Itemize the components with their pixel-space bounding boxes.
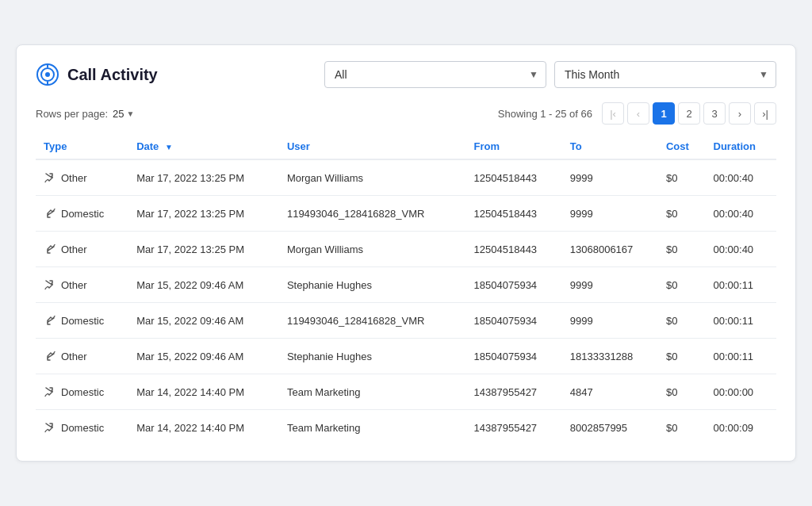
cell-duration: 00:00:40: [706, 159, 777, 196]
cell-date: Mar 17, 2022 13:25 PM: [128, 159, 279, 196]
pagination-info: Showing 1 - 25 of 66: [498, 108, 592, 120]
cell-to: 9999: [562, 303, 658, 339]
cell-user: Team Marketing: [279, 410, 466, 446]
table-row: DomesticMar 14, 2022 14:40 PMTeam Market…: [36, 410, 776, 446]
rows-per-page-arrow-icon: ▼: [127, 109, 135, 118]
call-activity-card: Call Activity All ▼ This Month Last Mont…: [16, 44, 796, 462]
cell-type: Other: [36, 159, 128, 196]
page-title: Call Activity: [67, 66, 158, 84]
cell-to: 8002857995: [562, 410, 658, 446]
col-duration: Duration: [706, 134, 777, 159]
cell-to: 9999: [562, 159, 658, 196]
type-label: Domestic: [61, 208, 104, 220]
outbound-call-icon: [44, 278, 56, 291]
cell-user: Morgan Williams: [279, 159, 466, 196]
prev-page-button[interactable]: ‹: [627, 102, 649, 125]
cell-from: 12504518443: [466, 196, 562, 232]
col-from: From: [466, 134, 562, 159]
cell-from: 18504075934: [466, 303, 562, 339]
type-label: Domestic: [61, 386, 104, 398]
pagination-controls: Showing 1 - 25 of 66 |‹ ‹ 1 2 3 › ›|: [498, 102, 776, 125]
cell-cost: $0: [658, 339, 706, 374]
type-label: Other: [61, 279, 87, 291]
table-row: DomesticMar 17, 2022 13:25 PM119493046_1…: [36, 196, 776, 232]
cell-to: 13068006167: [562, 232, 658, 267]
cell-from: 14387955427: [466, 374, 562, 410]
cell-from: 12504518443: [466, 232, 562, 267]
period-select-wrapper[interactable]: This Month Last Month This Week Last Wee…: [554, 61, 776, 88]
type-label: Other: [61, 172, 87, 184]
svg-point-2: [45, 72, 50, 77]
cell-date: Mar 15, 2022 09:46 AM: [128, 303, 279, 339]
call-activity-table: Type Date ▼ User From To Cost Duration O…: [36, 134, 776, 445]
next-page-button[interactable]: ›: [729, 102, 751, 125]
table-row: OtherMar 17, 2022 13:25 PMMorgan William…: [36, 159, 776, 196]
table-row: DomesticMar 14, 2022 14:40 PMTeam Market…: [36, 374, 776, 410]
scope-select-wrapper[interactable]: All ▼: [324, 61, 546, 88]
col-cost: Cost: [658, 134, 706, 159]
cell-date: Mar 15, 2022 09:46 AM: [128, 339, 279, 374]
page-header: Call Activity All ▼ This Month Last Mont…: [36, 61, 776, 88]
cell-from: 12504518443: [466, 159, 562, 196]
cell-duration: 00:00:11: [706, 303, 777, 339]
last-page-button[interactable]: ›|: [754, 102, 776, 125]
cell-to: 9999: [562, 267, 658, 303]
header-controls: All ▼ This Month Last Month This Week La…: [324, 61, 776, 88]
rows-per-page-value: 25: [113, 108, 124, 120]
inbound-call-icon: [44, 243, 56, 255]
cell-type: Other: [36, 267, 128, 303]
cell-cost: $0: [658, 196, 706, 232]
cell-date: Mar 15, 2022 09:46 AM: [128, 267, 279, 303]
cell-duration: 00:00:11: [706, 267, 777, 303]
cell-type: Domestic: [36, 303, 128, 339]
type-label: Domestic: [61, 315, 104, 327]
period-select[interactable]: This Month Last Month This Week Last Wee…: [554, 61, 776, 88]
outbound-call-icon: [44, 385, 56, 398]
page-2-button[interactable]: 2: [678, 102, 700, 125]
cell-cost: $0: [658, 159, 706, 196]
sort-icon: ▼: [165, 143, 173, 151]
target-icon: [36, 63, 59, 86]
cell-type: Other: [36, 339, 128, 374]
toolbar: Rows per page: 25 ▼ Showing 1 - 25 of 66…: [36, 102, 776, 125]
col-date[interactable]: Date ▼: [128, 134, 279, 159]
cell-user: Stephanie Hughes: [279, 267, 466, 303]
cell-type: Domestic: [36, 374, 128, 410]
cell-duration: 00:00:09: [706, 410, 777, 446]
table-row: OtherMar 17, 2022 13:25 PMMorgan William…: [36, 232, 776, 267]
cell-type: Domestic: [36, 410, 128, 446]
page-1-button[interactable]: 1: [653, 102, 675, 125]
cell-cost: $0: [658, 374, 706, 410]
rows-per-page-selector[interactable]: 25 ▼: [113, 108, 134, 120]
cell-date: Mar 17, 2022 13:25 PM: [128, 196, 279, 232]
type-label: Other: [61, 243, 87, 255]
cell-duration: 00:00:40: [706, 232, 777, 267]
rows-per-page-control: Rows per page: 25 ▼: [36, 108, 134, 120]
header-left: Call Activity: [36, 63, 158, 86]
cell-to: 18133331288: [562, 339, 658, 374]
cell-cost: $0: [658, 303, 706, 339]
scope-select[interactable]: All: [324, 61, 546, 88]
cell-from: 18504075934: [466, 267, 562, 303]
cell-user: Morgan Williams: [279, 232, 466, 267]
table-row: OtherMar 15, 2022 09:46 AMStephanie Hugh…: [36, 267, 776, 303]
table-row: OtherMar 15, 2022 09:46 AMStephanie Hugh…: [36, 339, 776, 374]
col-user: User: [279, 134, 466, 159]
table-body: OtherMar 17, 2022 13:25 PMMorgan William…: [36, 159, 776, 445]
cell-user: 119493046_128416828_VMR: [279, 196, 466, 232]
cell-duration: 00:00:40: [706, 196, 777, 232]
cell-duration: 00:00:11: [706, 339, 777, 374]
inbound-call-icon: [44, 207, 56, 220]
cell-cost: $0: [658, 267, 706, 303]
type-label: Domestic: [61, 422, 104, 434]
cell-cost: $0: [658, 410, 706, 446]
type-label: Other: [61, 351, 87, 362]
first-page-button[interactable]: |‹: [602, 102, 624, 125]
outbound-call-icon: [44, 171, 56, 184]
table-header: Type Date ▼ User From To Cost Duration: [36, 134, 776, 159]
col-to: To: [562, 134, 658, 159]
rows-per-page-label: Rows per page:: [36, 108, 108, 120]
cell-to: 9999: [562, 196, 658, 232]
page-3-button[interactable]: 3: [703, 102, 726, 125]
inbound-call-icon: [44, 350, 56, 362]
